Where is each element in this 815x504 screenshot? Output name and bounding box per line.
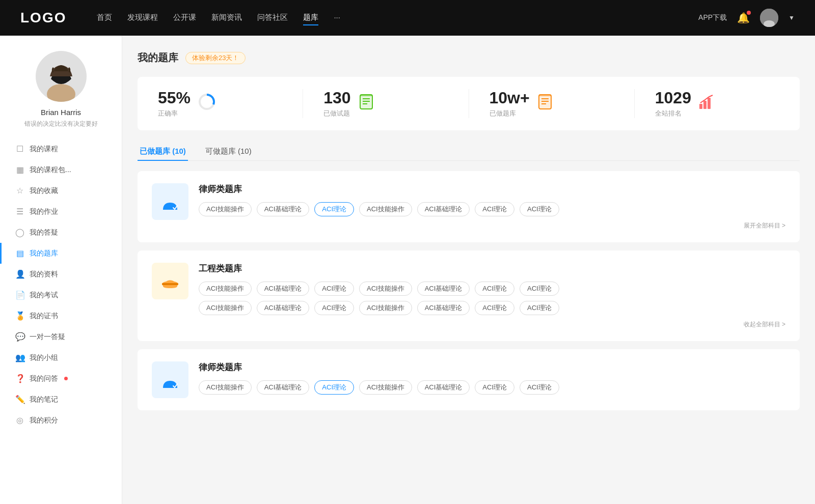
tag-2-1-3[interactable]: ACI理论 bbox=[314, 282, 354, 296]
notification-bell[interactable]: 🔔 bbox=[737, 12, 750, 24]
notification-dot bbox=[747, 11, 751, 15]
tag-3-1[interactable]: ACI技能操作 bbox=[199, 380, 252, 395]
stat-done-banks-label: 已做题库 bbox=[490, 109, 530, 118]
sidebar-item-label-my-course-pkg: 我的课程包... bbox=[30, 165, 71, 175]
my-points-icon: ◎ bbox=[15, 415, 24, 425]
sidebar-item-my-notes[interactable]: ✏️ 我的笔记 bbox=[0, 389, 122, 410]
sidebar-item-my-questions[interactable]: ❓ 我的问答 bbox=[0, 368, 122, 389]
sidebar-item-my-data[interactable]: 👤 我的资料 bbox=[0, 264, 122, 285]
qbank-card-2-content: 工程类题库 ACI技能操作 ACI基础理论 ACI理论 ACI技能操作 ACI基… bbox=[199, 263, 785, 329]
stat-done-questions: 130 已做试题 bbox=[303, 89, 469, 118]
tag-2-2-5[interactable]: ACI基础理论 bbox=[417, 301, 470, 315]
tag-2-1-4[interactable]: ACI技能操作 bbox=[359, 282, 412, 296]
stat-accuracy-label: 正确率 bbox=[158, 109, 191, 118]
nav-home[interactable]: 首页 bbox=[97, 11, 112, 25]
sidebar-item-my-group[interactable]: 👥 我的小组 bbox=[0, 347, 122, 368]
nav-menu: 首页 发现课程 公开课 新闻资讯 问答社区 题库 ··· bbox=[97, 11, 678, 25]
sidebar-item-my-favorites[interactable]: ☆ 我的收藏 bbox=[0, 180, 122, 201]
qbank-card-1-header: 律师类题库 ACI技能操作 ACI基础理论 ACI理论 ACI技能操作 ACI基… bbox=[152, 183, 785, 230]
stat-accuracy-text: 55% 正确率 bbox=[158, 89, 191, 118]
sidebar-item-my-qa[interactable]: ◯ 我的答疑 bbox=[0, 222, 122, 243]
tag-3-4[interactable]: ACI技能操作 bbox=[359, 380, 412, 395]
tag-1-7[interactable]: ACI理论 bbox=[520, 202, 559, 216]
my-course-icon: ☐ bbox=[15, 144, 24, 154]
my-qa-icon: ◯ bbox=[15, 228, 24, 237]
tag-2-2-6[interactable]: ACI理论 bbox=[475, 301, 514, 315]
sidebar-item-my-homework[interactable]: ☰ 我的作业 bbox=[0, 201, 122, 222]
sidebar-item-my-cert[interactable]: 🏅 我的证书 bbox=[0, 305, 122, 326]
tag-3-2[interactable]: ACI基础理论 bbox=[257, 380, 310, 395]
sidebar-item-label-my-course: 我的课程 bbox=[30, 145, 58, 154]
sidebar-motto: 错误的决定比没有决定要好 bbox=[24, 120, 98, 128]
sidebar-item-my-course[interactable]: ☐ 我的课程 bbox=[0, 138, 122, 159]
sidebar-item-label-my-qa: 我的答疑 bbox=[30, 228, 58, 237]
tag-3-5[interactable]: ACI基础理论 bbox=[417, 380, 470, 395]
svg-rect-21 bbox=[703, 101, 707, 109]
done-banks-icon bbox=[537, 94, 553, 114]
app-download-button[interactable]: APP下载 bbox=[698, 13, 727, 22]
tab-available-banks[interactable]: 可做题库 (10) bbox=[203, 143, 254, 160]
qbank-card-3-header: 律师类题库 ACI技能操作 ACI基础理论 ACI理论 ACI技能操作 ACI基… bbox=[152, 361, 785, 398]
sidebar-item-label-my-cert: 我的证书 bbox=[30, 312, 58, 321]
nav-question-bank[interactable]: 题库 bbox=[303, 11, 318, 25]
nav-qa[interactable]: 问答社区 bbox=[257, 11, 288, 25]
qbank-lawyer-icon-wrap-3 bbox=[152, 361, 188, 398]
tag-2-1-1[interactable]: ACI技能操作 bbox=[199, 282, 252, 296]
tag-1-6[interactable]: ACI理论 bbox=[475, 202, 514, 216]
tag-1-1[interactable]: ACI技能操作 bbox=[199, 202, 252, 216]
stat-site-rank-value: 1029 bbox=[655, 89, 691, 107]
qbank-card-1-expand[interactable]: 展开全部科目 > bbox=[199, 221, 785, 230]
nav-discover[interactable]: 发现课程 bbox=[127, 11, 158, 25]
tag-2-1-6[interactable]: ACI理论 bbox=[475, 282, 514, 296]
sidebar-item-my-points[interactable]: ◎ 我的积分 bbox=[0, 410, 122, 431]
sidebar-menu: ☐ 我的课程 ▦ 我的课程包... ☆ 我的收藏 ☰ 我的作业 ◯ 我的答疑 ▤… bbox=[0, 138, 122, 431]
stat-site-rank-text: 1029 全站排名 bbox=[655, 89, 691, 118]
qbank-card-1: 律师类题库 ACI技能操作 ACI基础理论 ACI理论 ACI技能操作 ACI基… bbox=[138, 171, 800, 242]
tag-1-2[interactable]: ACI基础理论 bbox=[257, 202, 310, 216]
tag-1-3[interactable]: ACI理论 bbox=[314, 202, 354, 216]
nav-more[interactable]: ··· bbox=[334, 11, 340, 25]
sidebar-item-one-on-one[interactable]: 💬 一对一答疑 bbox=[0, 326, 122, 347]
page-header: 我的题库 体验剩余23天！ bbox=[138, 51, 800, 65]
tag-2-2-4[interactable]: ACI技能操作 bbox=[359, 301, 412, 315]
tag-2-2-3[interactable]: ACI理论 bbox=[314, 301, 354, 315]
layout: Brian Harris 错误的决定比没有决定要好 ☐ 我的课程 ▦ 我的课程包… bbox=[0, 36, 815, 504]
navbar: LOGO 首页 发现课程 公开课 新闻资讯 问答社区 题库 ··· APP下载 … bbox=[0, 0, 815, 36]
accuracy-chart-icon bbox=[198, 93, 216, 115]
tag-2-2-7[interactable]: ACI理论 bbox=[520, 301, 559, 315]
sidebar-item-my-exam[interactable]: 📄 我的考试 bbox=[0, 285, 122, 305]
svg-point-29 bbox=[168, 276, 172, 280]
sidebar-item-label-my-points: 我的积分 bbox=[30, 416, 58, 425]
profile-dropdown-arrow[interactable]: ▼ bbox=[789, 14, 795, 21]
main-content: 我的题库 体验剩余23天！ 55% 正确率 bbox=[122, 36, 815, 504]
svg-rect-20 bbox=[699, 104, 702, 109]
qbank-card-2-collapse[interactable]: 收起全部科目 > bbox=[199, 320, 785, 329]
tag-2-1-7[interactable]: ACI理论 bbox=[520, 282, 559, 296]
tag-2-1-2[interactable]: ACI基础理论 bbox=[257, 282, 310, 296]
sidebar-username: Brian Harris bbox=[41, 108, 81, 117]
tag-1-5[interactable]: ACI基础理论 bbox=[417, 202, 470, 216]
tag-2-2-2[interactable]: ACI基础理论 bbox=[257, 301, 310, 315]
tag-2-2-1[interactable]: ACI技能操作 bbox=[199, 301, 252, 315]
avatar[interactable] bbox=[760, 9, 778, 27]
tag-3-3[interactable]: ACI理论 bbox=[314, 380, 354, 395]
site-rank-icon bbox=[698, 94, 715, 114]
stats-bar: 55% 正确率 130 已做试题 bbox=[138, 77, 800, 130]
nav-open-course[interactable]: 公开课 bbox=[173, 11, 196, 25]
sidebar-item-my-qbank[interactable]: ▤ 我的题库 bbox=[0, 243, 122, 264]
nav-news[interactable]: 新闻资讯 bbox=[211, 11, 242, 25]
trial-badge: 体验剩余23天！ bbox=[185, 52, 246, 64]
stat-done-banks-text: 10w+ 已做题库 bbox=[490, 89, 530, 118]
qbank-lawyer-icon-wrap-1 bbox=[152, 183, 188, 220]
stat-done-questions-value: 130 bbox=[323, 89, 350, 107]
tag-1-4[interactable]: ACI技能操作 bbox=[359, 202, 412, 216]
logo: LOGO bbox=[20, 10, 66, 26]
sidebar-item-label-my-favorites: 我的收藏 bbox=[30, 186, 58, 195]
tab-done-banks[interactable]: 已做题库 (10) bbox=[138, 143, 188, 160]
sidebar-item-my-course-pkg[interactable]: ▦ 我的课程包... bbox=[0, 159, 122, 180]
tag-3-7[interactable]: ACI理论 bbox=[520, 380, 559, 395]
my-homework-icon: ☰ bbox=[15, 207, 24, 216]
tag-3-6[interactable]: ACI理论 bbox=[475, 380, 514, 395]
my-cert-icon: 🏅 bbox=[15, 311, 24, 321]
tag-2-1-5[interactable]: ACI基础理论 bbox=[417, 282, 470, 296]
